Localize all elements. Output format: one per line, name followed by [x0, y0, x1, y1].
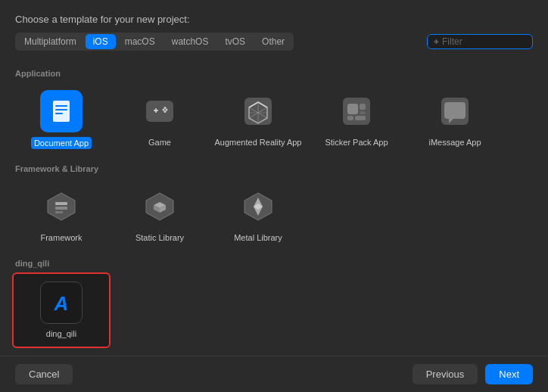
ar-icon-wrap [237, 90, 279, 132]
next-button[interactable]: Next [485, 364, 533, 384]
svg-rect-23 [55, 211, 63, 213]
svg-rect-16 [347, 116, 353, 120]
template-imessage[interactable]: iMessage App [406, 82, 504, 157]
template-static-library[interactable]: Static Library [111, 178, 209, 250]
ding-qili-icon-wrap: A [40, 282, 83, 324]
tab-bar: Multiplatform iOS macOS watchOS tvOS Oth… [15, 33, 294, 51]
tab-macos[interactable]: macOS [117, 34, 163, 49]
tab-ios[interactable]: iOS [86, 34, 116, 49]
tab-watchos[interactable]: watchOS [164, 34, 216, 49]
template-ding-qili[interactable]: A ding_qili [12, 272, 111, 348]
template-sticker-pack[interactable]: Sticker Pack App [307, 82, 406, 157]
tabs-and-filter-row: Multiplatform iOS macOS watchOS tvOS Oth… [15, 33, 533, 51]
imessage-icon [438, 95, 472, 128]
new-project-dialog: Choose a template for your new project: … [0, 0, 548, 392]
dialog-title: Choose a template for your new project: [15, 14, 533, 25]
svg-rect-2 [55, 105, 67, 107]
tab-tvos[interactable]: tvOS [217, 34, 253, 49]
section-header-application: Application [12, 69, 536, 78]
filter-icon: ⌖ [434, 36, 439, 47]
svg-point-11 [164, 110, 167, 113]
ar-label: Augmented Reality App [215, 137, 302, 148]
svg-rect-17 [355, 116, 366, 120]
framework-label: Framework [40, 232, 82, 243]
svg-rect-22 [55, 207, 67, 210]
application-grid: Document App Game [12, 82, 536, 157]
metal-library-label: Metal Library [234, 232, 282, 243]
static-library-icon [143, 190, 176, 223]
template-metal-library[interactable]: Metal Library [209, 178, 307, 250]
filter-input-wrap: ⌖ [427, 34, 533, 49]
document-app-icon-wrap [40, 90, 83, 132]
svg-rect-21 [55, 202, 67, 205]
document-app-icon [45, 95, 78, 128]
footer-right-buttons: Previous Next [413, 364, 533, 384]
document-app-label: Document App [31, 137, 92, 149]
game-icon [143, 95, 176, 128]
cancel-button[interactable]: Cancel [15, 364, 73, 384]
section-header-framework: Framework & Library [12, 164, 536, 173]
tab-multiplatform[interactable]: Multiplatform [17, 34, 84, 49]
sticker-icon [340, 95, 373, 128]
svg-rect-18 [360, 111, 366, 114]
template-game[interactable]: Game [111, 82, 209, 157]
game-label: Game [148, 137, 171, 148]
imessage-label: iMessage App [428, 137, 481, 148]
svg-point-10 [164, 107, 167, 109]
metal-library-icon [241, 190, 275, 223]
dialog-footer: Cancel Previous Next [0, 356, 548, 392]
tab-other[interactable]: Other [254, 34, 292, 49]
framework-icon [45, 190, 78, 223]
imessage-icon-wrap [434, 90, 476, 132]
ding-qili-icon: A [46, 288, 76, 318]
ding-qili-label: ding_qili [46, 328, 76, 339]
template-document-app[interactable]: Document App [12, 82, 111, 157]
metal-library-icon-wrap [237, 185, 279, 228]
static-library-label: Static Library [135, 232, 184, 243]
ding-qili-grid: A ding_qili [12, 272, 536, 348]
svg-rect-3 [55, 109, 67, 110]
game-icon-wrap [139, 90, 181, 132]
ar-icon [241, 95, 275, 128]
content-area: Application Document App [0, 61, 548, 356]
section-header-ding-qili: ding_qili [12, 259, 536, 268]
svg-rect-4 [55, 113, 63, 114]
sticker-icon-wrap [335, 90, 378, 132]
svg-text:A: A [54, 292, 69, 315]
svg-rect-1 [53, 101, 70, 122]
filter-input[interactable] [442, 36, 526, 47]
svg-rect-15 [360, 104, 366, 110]
framework-icon-wrap [40, 185, 83, 228]
template-augmented-reality[interactable]: Augmented Reality App [209, 82, 307, 157]
svg-rect-5 [146, 101, 173, 122]
static-library-icon-wrap [139, 185, 181, 228]
sticker-label: Sticker Pack App [325, 137, 388, 148]
template-framework[interactable]: Framework [12, 178, 111, 250]
framework-grid: Framework Static Library [12, 178, 536, 250]
svg-rect-14 [347, 104, 358, 114]
svg-point-8 [163, 109, 165, 111]
svg-point-9 [166, 109, 168, 111]
svg-rect-7 [155, 108, 157, 113]
dialog-header: Choose a template for your new project: … [0, 0, 548, 61]
previous-button[interactable]: Previous [413, 364, 478, 384]
